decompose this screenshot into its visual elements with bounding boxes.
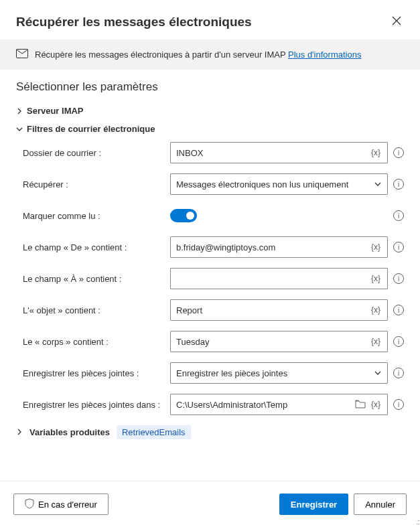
row-to-contains: Le champ « À » contient : {x} i [16,268,404,289]
row-from-contains: Le champ « De » contient : b.friday@wing… [16,236,404,258]
close-icon [392,16,401,25]
info-icon[interactable]: i [393,179,404,190]
row-mail-folder: Dossier de courrier : INBOX {x} i [16,142,404,163]
variable-picker-icon[interactable]: {x} [370,148,382,157]
variable-picker-icon[interactable]: {x} [370,400,382,409]
info-text: Récupère les messages électroniques à pa… [35,50,361,60]
save-attachments-path-input[interactable]: C:\Users\Administrator\Temp {x} [170,394,388,415]
mail-folder-value: INBOX [176,148,370,158]
label-save-attachments-into: Enregistrer les pièces jointes dans : [16,400,170,410]
close-button[interactable] [389,13,404,30]
variable-picker-icon[interactable]: {x} [370,242,382,252]
retrieve-select[interactable]: Messages électroniques non lus uniquemen… [170,173,388,195]
chevron-right-icon [16,108,23,115]
info-icon[interactable]: i [393,242,404,252]
dialog-header: Récupérer les messages électroniques [0,0,420,40]
info-bar: Récupère les messages électroniques à pa… [0,40,420,70]
save-attachments-value: Enregistrer les pièces jointes [176,368,287,378]
row-save-attachments: Enregistrer les pièces jointes : Enregis… [16,362,404,384]
label-save-attachments: Enregistrer les pièces jointes : [16,368,170,378]
info-icon[interactable]: i [393,147,404,158]
from-input[interactable]: b.friday@wingtiptoys.com {x} [170,236,388,258]
to-input[interactable]: {x} [170,268,388,289]
label-from: Le champ « De » contient : [16,242,170,252]
group-email-filters[interactable]: Filtres de courrier électronique [16,124,404,134]
label-subject: L'« objet » contient : [16,305,170,315]
variable-picker-icon[interactable]: {x} [370,274,382,283]
row-mark-as-read: Marquer comme lu : i [16,205,404,226]
chevron-down-icon [374,369,382,377]
group-variables-produced[interactable]: Variables produites RetrievedEmails [16,425,404,439]
save-button[interactable]: Enregistrer [279,494,348,515]
mail-folder-input[interactable]: INBOX {x} [170,142,388,163]
info-icon[interactable]: i [393,399,404,410]
on-error-button[interactable]: En cas d'erreur [13,494,109,515]
dialog-content: Sélectionner les paramètres Serveur IMAP… [0,70,420,481]
row-save-attachments-into: Enregistrer les pièces jointes dans : C:… [16,394,404,415]
variable-picker-icon[interactable]: {x} [370,305,382,315]
label-body: Le « corps » contient : [16,337,170,347]
info-icon[interactable]: i [393,305,404,315]
on-error-label: En cas d'erreur [38,500,97,510]
resize-grip-icon[interactable]: · ·· · · [416,519,419,526]
cancel-label: Annuler [365,500,395,510]
label-mark-as-read: Marquer comme lu : [16,211,170,221]
group-filters-label: Filtres de courrier électronique [27,124,155,134]
row-retrieve: Récupérer : Messages électroniques non l… [16,173,404,195]
body-value: Tuesday [176,337,370,347]
mail-icon [16,49,28,60]
more-info-link[interactable]: Plus d'informations [288,50,361,60]
row-subject-contains: L'« objet » contient : Report {x} i [16,299,404,321]
chevron-down-icon [374,180,382,188]
variable-chip[interactable]: RetrievedEmails [117,425,191,439]
label-retrieve: Récupérer : [16,179,170,190]
variables-produced-label: Variables produites [29,427,110,437]
info-icon[interactable]: i [393,368,404,378]
retrieve-value: Messages électroniques non lus uniquemen… [176,179,348,190]
body-input[interactable]: Tuesday {x} [170,331,388,352]
info-icon[interactable]: i [393,336,404,347]
dialog-title: Récupérer les messages électroniques [16,15,252,29]
folder-browse-icon[interactable] [355,399,366,410]
variable-picker-icon[interactable]: {x} [370,337,382,346]
save-attachments-select[interactable]: Enregistrer les pièces jointes [170,362,388,384]
from-value: b.friday@wingtiptoys.com [176,242,370,252]
info-icon[interactable]: i [393,273,404,284]
dialog-footer: En cas d'erreur Enregistrer Annuler [0,481,420,527]
cancel-button[interactable]: Annuler [354,494,407,515]
save-attachments-path-value: C:\Users\Administrator\Temp [176,400,355,410]
group-imap-label: Serveur IMAP [27,106,84,116]
group-imap-server[interactable]: Serveur IMAP [16,106,404,116]
mark-as-read-toggle[interactable] [170,209,197,222]
chevron-right-icon [16,427,23,437]
row-body-contains: Le « corps » contient : Tuesday {x} i [16,331,404,352]
save-label: Enregistrer [291,500,337,510]
section-title: Sélectionner les paramètres [16,80,404,94]
subject-value: Report [176,305,370,315]
label-mail-folder: Dossier de courrier : [16,148,170,158]
info-icon[interactable]: i [393,210,404,221]
shield-icon [25,498,34,511]
chevron-down-icon [16,126,23,133]
label-to: Le champ « À » contient : [16,274,170,284]
subject-input[interactable]: Report {x} [170,299,388,321]
